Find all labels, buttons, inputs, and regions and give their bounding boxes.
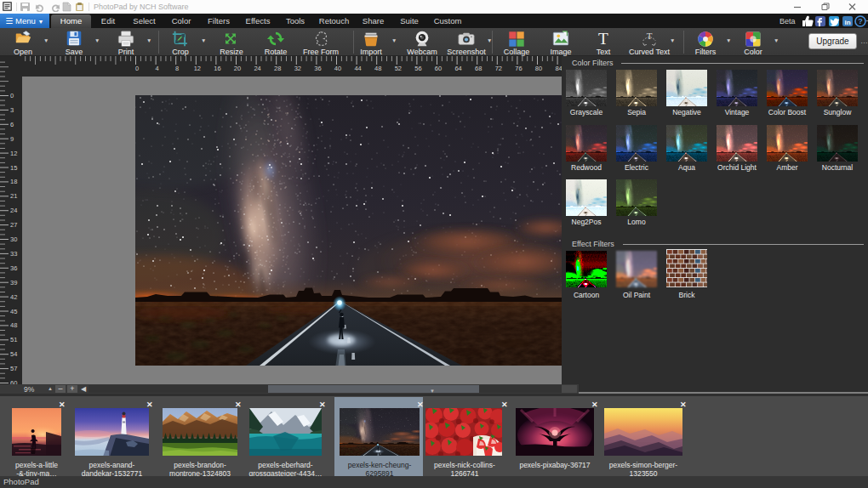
svg-text:33: 33 (10, 250, 17, 258)
svg-text:48: 48 (374, 65, 381, 72)
svg-text:57: 57 (10, 365, 17, 372)
svg-text:20: 20 (234, 65, 241, 72)
svg-text:18: 18 (10, 178, 17, 185)
svg-text:36: 36 (10, 264, 17, 272)
svg-text:44: 44 (354, 65, 361, 72)
svg-text:3: 3 (10, 106, 14, 114)
svg-text:54: 54 (10, 350, 17, 358)
svg-text:51: 51 (10, 336, 17, 343)
svg-text:60: 60 (435, 65, 442, 72)
svg-text:40: 40 (334, 65, 341, 72)
svg-text:4: 4 (156, 65, 159, 72)
svg-text:84: 84 (555, 65, 562, 72)
svg-text:64: 64 (454, 65, 461, 72)
svg-text:76: 76 (515, 65, 522, 72)
svg-text:24: 24 (10, 207, 17, 214)
svg-text:48: 48 (10, 321, 17, 329)
svg-text:52: 52 (395, 65, 402, 72)
svg-text:T: T (598, 30, 608, 48)
svg-text:T: T (647, 31, 653, 41)
svg-text:15: 15 (10, 164, 17, 172)
svg-text:24: 24 (254, 65, 260, 72)
svg-text:12: 12 (10, 150, 17, 157)
svg-text:56: 56 (414, 65, 421, 72)
svg-text:42: 42 (10, 293, 17, 301)
svg-text:27: 27 (10, 221, 17, 229)
svg-text:?: ? (858, 17, 863, 26)
svg-text:32: 32 (294, 65, 301, 72)
svg-text:9: 9 (10, 135, 14, 143)
svg-text:36: 36 (314, 65, 321, 72)
svg-text:16: 16 (214, 65, 220, 72)
svg-text:8: 8 (175, 65, 179, 72)
svg-text:72: 72 (495, 65, 502, 72)
svg-text:28: 28 (274, 65, 281, 72)
svg-text:12: 12 (194, 65, 201, 72)
svg-text:0: 0 (10, 92, 14, 99)
svg-text:39: 39 (10, 279, 17, 287)
svg-text:0: 0 (135, 65, 139, 72)
svg-text:45: 45 (10, 308, 17, 315)
svg-text:68: 68 (475, 65, 482, 72)
svg-text:21: 21 (10, 192, 17, 200)
svg-text:80: 80 (535, 65, 542, 72)
svg-text:6: 6 (10, 121, 14, 128)
svg-text:in: in (844, 19, 850, 26)
svg-text:30: 30 (10, 235, 17, 243)
